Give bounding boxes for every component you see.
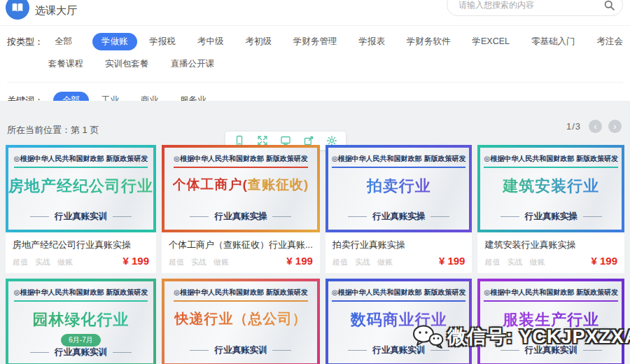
course-cover-title: 快递行业（总公司） (174, 309, 307, 328)
course-cover-title: 个体工商户(查账征收) (173, 176, 309, 194)
type-filter-item[interactable]: 考初级 (244, 34, 274, 50)
course-card[interactable]: ◎根据中华人民共和国财政部 新版政策研发 个体工商户(查账征收) 行业真账实操 … (162, 145, 320, 273)
course-ribbon: ◎根据中华人民共和国财政部 新版政策研发 (332, 154, 466, 168)
wechat-icon (412, 323, 444, 351)
course-tags: 超值 实战 做账 (13, 257, 73, 267)
course-cover-subtitle: 行业真账实操 (190, 211, 291, 223)
course-cover-subtitle: 行业真账实训 (30, 346, 132, 358)
search-box[interactable] (447, 0, 623, 16)
chevron-right-icon[interactable]: › (608, 120, 622, 133)
course-price: ¥ 199 (439, 255, 465, 267)
course-card[interactable]: ◎根据中华人民共和国财政部 新版政策研发 数码商业行业 行业真账实训 (326, 279, 472, 364)
type-filter-item[interactable]: 学报表 (358, 34, 387, 50)
course-hall-logo (6, 0, 29, 20)
course-card[interactable]: ◎根据中华人民共和国财政部 新版政策研发 拍卖行业 行业真账实操 拍卖行业真账实… (326, 145, 472, 273)
course-info: 拍卖行业真账实操 超值 实战 做账¥ 199 (326, 232, 472, 273)
course-tags: 超值 实战 做账 (169, 257, 229, 267)
page-indicator: 1/3 (566, 121, 581, 132)
course-cover-title: 房地产经纪公司行业 (8, 176, 153, 197)
course-tags: 超值 实战 做账 (332, 257, 393, 267)
watermark-text: 微信号: YCKJPXZXA308 (447, 324, 630, 349)
course-cover-title: 拍卖行业 (367, 176, 431, 197)
course-price: ¥ 199 (286, 255, 313, 267)
type-filter-label: 按类型： (7, 36, 43, 48)
type-filter-item[interactable]: 考注会 (596, 34, 625, 50)
type-filter-item[interactable]: 考中级 (196, 34, 225, 50)
type-filter-item[interactable]: 实训包套餐 (104, 56, 150, 72)
search-input[interactable] (457, 0, 603, 10)
course-cover: ◎根据中华人民共和国财政部 新版政策研发 数码商业行业 行业真账实训 (326, 279, 472, 364)
type-filter-item[interactable]: 直播公开课 (169, 56, 216, 72)
course-info: 建筑安装行业真账实操 超值 实战 做账¥ 199 (477, 232, 624, 273)
magnifier-icon[interactable] (603, 0, 615, 11)
book-icon (11, 1, 24, 14)
course-cover: ◎根据中华人民共和国财政部 新版政策研发 房地产经纪公司行业 行业真账实训 (6, 145, 156, 232)
course-card[interactable]: ◎根据中华人民共和国财政部 新版政策研发 园林绿化行业 6月-7月 行业真账实训 (6, 279, 156, 364)
page-title: 选课大厅 (35, 4, 77, 18)
course-cover-title: 建筑安装行业 (503, 176, 599, 197)
course-ribbon: ◎根据中华人民共和国财政部 新版政策研发 (174, 288, 308, 302)
chevron-left-icon[interactable]: ‹ (589, 120, 602, 133)
course-cover: ◎根据中华人民共和国财政部 新版政策研发 个体工商户(查账征收) 行业真账实操 (162, 145, 320, 232)
course-cover: ◎根据中华人民共和国财政部 新版政策研发 建筑安装行业 行业真账实操 (477, 145, 624, 232)
type-filter-item[interactable]: 学财务软件 (405, 34, 452, 50)
course-date-badge: 6月-7月 (61, 334, 100, 346)
type-filter-item-active[interactable]: 学做账 (92, 33, 137, 50)
type-filter-item[interactable]: 学报税 (148, 34, 178, 50)
current-location-text: 所在当前位置：第 1 页 (7, 124, 99, 136)
type-filter-row-2: 套餐课程 实训包套餐 直播公开课 (47, 56, 623, 72)
course-info: 房地产经纪公司行业真账实操 超值 实战 做账¥ 199 (6, 232, 156, 273)
type-filter-item[interactable]: 零基础入门 (530, 34, 577, 50)
type-filter-row: 按类型： 全部 学做账 学报税 考中级 考初级 学财务管理 学报表 学财务软件 … (7, 33, 623, 50)
pagination: 1/3 ‹ › (566, 120, 622, 133)
course-price: ¥ 199 (591, 255, 617, 267)
course-card[interactable]: ◎根据中华人民共和国财政部 新版政策研发 服装生产行业 行业真账实训 (477, 279, 624, 364)
course-cover-subtitle: 行业真账实操 (500, 211, 602, 223)
wechat-watermark: 微信号: YCKJPXZXA308 (412, 323, 630, 351)
course-card[interactable]: ◎根据中华人民共和国财政部 新版政策研发 快递行业（总公司） 行业真账实训 (162, 279, 320, 364)
course-ribbon: ◎根据中华人民共和国财政部 新版政策研发 (14, 288, 148, 302)
course-title[interactable]: 房地产经纪公司行业真账实操 (13, 239, 149, 249)
course-info: 个体工商户（查账征收）行业真账... 超值 实战 做账¥ 199 (162, 232, 320, 273)
course-cover-title: 园林绿化行业 (33, 309, 130, 330)
course-ribbon: ◎根据中华人民共和国财政部 新版政策研发 (174, 154, 308, 168)
course-ribbon: ◎根据中华人民共和国财政部 新版政策研发 (484, 154, 618, 168)
type-filter-item[interactable]: 学财务管理 (292, 34, 339, 50)
course-price: ¥ 199 (122, 255, 149, 267)
course-title[interactable]: 建筑安装行业真账实操 (484, 239, 617, 249)
course-cover-subtitle: 行业真账实训 (30, 211, 132, 223)
listing-meta-row: 所在当前位置：第 1 页 1/3 ‹ › (0, 101, 630, 145)
type-filter-item[interactable]: 全部 (53, 34, 74, 50)
course-cover-subtitle: 行业真账实操 (348, 211, 449, 223)
type-filter-item[interactable]: 学EXCEL (471, 34, 512, 50)
course-tags: 超值 实战 做账 (484, 257, 545, 267)
page-header: 选课大厅 (0, 0, 630, 26)
course-ribbon: ◎根据中华人民共和国财政部 新版政策研发 (484, 288, 618, 302)
course-cover: ◎根据中华人民共和国财政部 新版政策研发 服装生产行业 行业真账实训 (477, 279, 624, 364)
course-card[interactable]: ◎根据中华人民共和国财政部 新版政策研发 房地产经纪公司行业 行业真账实训 房地… (6, 145, 156, 273)
course-card[interactable]: ◎根据中华人民共和国财政部 新版政策研发 建筑安装行业 行业真账实操 建筑安装行… (477, 145, 624, 273)
course-ribbon: ◎根据中华人民共和国财政部 新版政策研发 (14, 154, 148, 168)
course-title[interactable]: 个体工商户（查账征收）行业真账... (169, 239, 313, 249)
course-title[interactable]: 拍卖行业真账实操 (332, 239, 465, 249)
course-cover: ◎根据中华人民共和国财政部 新版政策研发 拍卖行业 行业真账实操 (326, 145, 472, 232)
course-ribbon: ◎根据中华人民共和国财政部 新版政策研发 (332, 288, 466, 302)
course-cover-subtitle: 行业真账实训 (190, 344, 291, 356)
type-filter-item[interactable]: 套餐课程 (47, 56, 85, 72)
course-cover: ◎根据中华人民共和国财政部 新版政策研发 园林绿化行业 6月-7月 行业真账实训 (6, 279, 156, 364)
course-cover: ◎根据中华人民共和国财政部 新版政策研发 快递行业（总公司） 行业真账实训 (162, 279, 320, 364)
